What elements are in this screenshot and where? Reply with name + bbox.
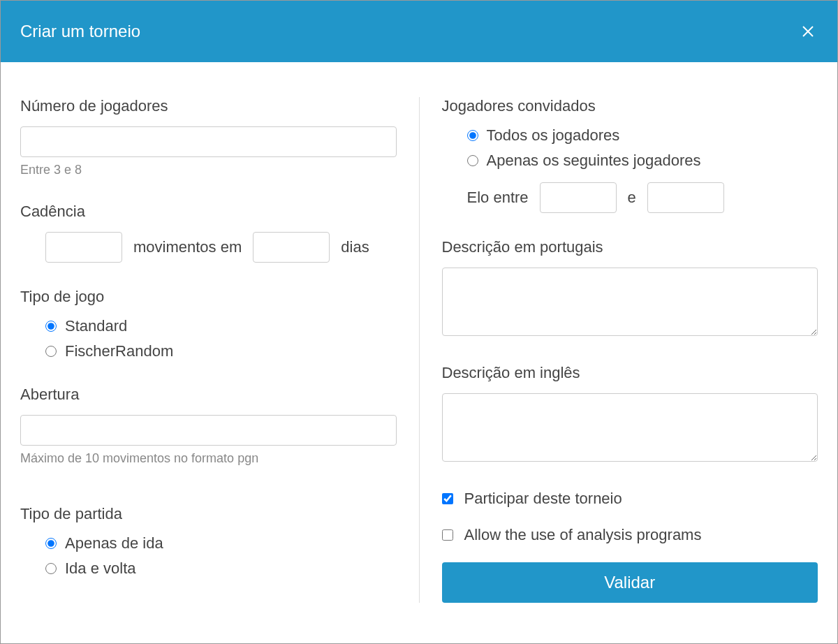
match-type-oneway-radio[interactable] bbox=[45, 538, 57, 549]
match-type-group: Tipo de partida Apenas de ida Ida e volt… bbox=[20, 505, 397, 578]
allow-analysis-checkbox-row[interactable]: Allow the use of analysis programs bbox=[442, 526, 818, 544]
invited-only[interactable]: Apenas os seguintes jogadores bbox=[467, 152, 818, 170]
num-players-group: Número de jogadores Entre 3 e 8 bbox=[20, 97, 397, 177]
game-type-label: Tipo de jogo bbox=[20, 288, 397, 306]
elo-min-input[interactable] bbox=[540, 182, 617, 213]
match-type-roundtrip-radio[interactable] bbox=[45, 563, 57, 574]
elo-row: Elo entre e bbox=[442, 182, 818, 213]
desc-pt-textarea[interactable] bbox=[442, 268, 818, 336]
allow-analysis-label: Allow the use of analysis programs bbox=[464, 526, 702, 544]
match-type-oneway[interactable]: Apenas de ida bbox=[45, 534, 397, 552]
desc-pt-group: Descrição em portugais bbox=[442, 238, 818, 339]
num-players-label: Número de jogadores bbox=[20, 97, 397, 115]
cadence-days-text: dias bbox=[341, 238, 369, 256]
dialog-title: Criar um torneio bbox=[20, 22, 140, 41]
opening-group: Abertura Máximo de 10 movimentos no form… bbox=[20, 386, 397, 466]
invited-all-label: Todos os jogadores bbox=[487, 126, 620, 145]
game-type-fischer-radio[interactable] bbox=[45, 346, 57, 357]
invited-group: Jogadores convidados Todos os jogadores … bbox=[442, 97, 818, 213]
allow-analysis-checkbox[interactable] bbox=[442, 529, 453, 541]
num-players-hint: Entre 3 e 8 bbox=[20, 163, 397, 177]
match-type-oneway-label: Apenas de ida bbox=[65, 534, 163, 552]
dialog-body: Número de jogadores Entre 3 e 8 Cadência… bbox=[1, 62, 837, 617]
elo-label: Elo entre bbox=[467, 189, 529, 207]
participate-checkbox-row[interactable]: Participar deste torneio bbox=[442, 490, 818, 508]
cadence-days-input[interactable] bbox=[253, 232, 330, 263]
dialog-header: Criar um torneio bbox=[1, 1, 837, 62]
match-type-roundtrip[interactable]: Ida e volta bbox=[45, 559, 397, 578]
invited-all-radio[interactable] bbox=[467, 130, 478, 141]
elo-max-input[interactable] bbox=[647, 182, 724, 213]
desc-pt-label: Descrição em portugais bbox=[442, 238, 818, 256]
game-type-standard-radio[interactable] bbox=[45, 321, 57, 332]
desc-en-label: Descrição em inglês bbox=[442, 364, 818, 382]
invited-only-radio[interactable] bbox=[467, 155, 478, 166]
cadence-moves-input[interactable] bbox=[45, 232, 122, 263]
close-icon[interactable] bbox=[798, 22, 818, 41]
invited-label: Jogadores convidados bbox=[442, 97, 818, 115]
invited-all[interactable]: Todos os jogadores bbox=[467, 126, 818, 145]
cadence-group: Cadência movimentos em dias bbox=[20, 203, 397, 263]
left-column: Número de jogadores Entre 3 e 8 Cadência… bbox=[20, 97, 420, 603]
right-column: Jogadores convidados Todos os jogadores … bbox=[420, 97, 818, 603]
desc-en-textarea[interactable] bbox=[442, 393, 818, 462]
cadence-moves-text: movimentos em bbox=[133, 238, 242, 256]
opening-hint: Máximo de 10 movimentos no formato pgn bbox=[20, 451, 397, 466]
game-type-standard[interactable]: Standard bbox=[45, 317, 397, 335]
opening-label: Abertura bbox=[20, 386, 397, 404]
game-type-group: Tipo de jogo Standard FischerRandom bbox=[20, 288, 397, 360]
elo-and: e bbox=[628, 189, 636, 207]
game-type-standard-label: Standard bbox=[65, 317, 127, 335]
opening-input[interactable] bbox=[20, 415, 397, 446]
submit-button[interactable]: Validar bbox=[442, 562, 818, 603]
participate-checkbox[interactable] bbox=[442, 493, 453, 504]
participate-label: Participar deste torneio bbox=[464, 490, 622, 508]
cadence-label: Cadência bbox=[20, 203, 397, 221]
game-type-fischer-label: FischerRandom bbox=[65, 342, 173, 360]
match-type-roundtrip-label: Ida e volta bbox=[65, 559, 136, 578]
invited-only-label: Apenas os seguintes jogadores bbox=[487, 152, 701, 170]
game-type-fischer[interactable]: FischerRandom bbox=[45, 342, 397, 360]
match-type-label: Tipo de partida bbox=[20, 505, 397, 523]
desc-en-group: Descrição em inglês bbox=[442, 364, 818, 464]
num-players-input[interactable] bbox=[20, 126, 397, 157]
